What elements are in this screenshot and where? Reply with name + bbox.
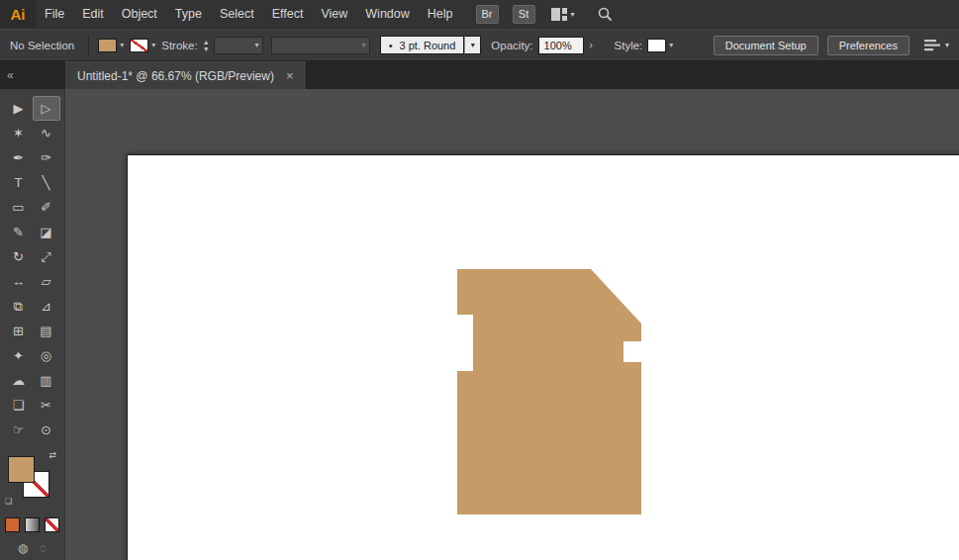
eyedropper-tool[interactable]: ✦ bbox=[5, 343, 33, 368]
menu-view[interactable]: View bbox=[312, 0, 356, 29]
stroke-color-swatch[interactable] bbox=[130, 39, 148, 52]
magic-wand-tool[interactable]: ✶ bbox=[5, 121, 33, 145]
stepper-up-icon[interactable]: ▲ bbox=[203, 39, 210, 46]
bridge-button[interactable]: Br bbox=[476, 5, 499, 24]
symbol-sprayer-tool-icon: ☁ bbox=[12, 373, 25, 388]
menu-select[interactable]: Select bbox=[211, 0, 263, 29]
rotate-tool[interactable]: ↻ bbox=[5, 244, 33, 269]
opacity-label[interactable]: Opacity: bbox=[491, 40, 532, 51]
pen-tool-icon: ✒ bbox=[13, 150, 24, 165]
width-profile-dropdown[interactable]: ▾ bbox=[271, 37, 370, 54]
style-swatch[interactable] bbox=[647, 39, 666, 52]
main-area: ▶▷✶∿✒✑T╲▭✐✎◪↻⤢↔▱⧉⊿⊞▤✦◎☁▥❏✂☞⊙ ⇄ ❏ ◍ ◌ bbox=[0, 89, 959, 560]
hand-tool[interactable]: ☞ bbox=[5, 418, 33, 442]
type-tool[interactable]: T bbox=[5, 170, 33, 195]
stroke-weight-stepper[interactable]: ▲▼ bbox=[203, 39, 210, 52]
stroke-weight-dropdown[interactable]: ▾ bbox=[214, 37, 263, 54]
perspective-grid-tool[interactable]: ⊿ bbox=[33, 294, 60, 319]
lasso-tool[interactable]: ∿ bbox=[33, 121, 60, 145]
gradient-tool-icon: ▤ bbox=[40, 324, 51, 338]
drawn-shape[interactable] bbox=[457, 269, 641, 514]
document-tab[interactable]: Untitled-1* @ 66.67% (RGB/Preview) × bbox=[65, 61, 307, 89]
chevron-down-icon: ▾ bbox=[471, 41, 475, 49]
brush-definition-arrow[interactable]: ▾ bbox=[464, 36, 481, 54]
menu-object[interactable]: Object bbox=[113, 0, 166, 29]
search-button[interactable] bbox=[597, 6, 613, 22]
chevron-down-icon: ▾ bbox=[362, 41, 366, 49]
slice-tool-icon: ✂ bbox=[41, 398, 51, 413]
scale-tool[interactable]: ⤢ bbox=[33, 244, 60, 269]
align-options-button[interactable]: ▾ bbox=[923, 39, 949, 52]
menu-type[interactable]: Type bbox=[166, 0, 211, 29]
hand-tool-icon: ☞ bbox=[13, 422, 25, 437]
menu-window[interactable]: Window bbox=[356, 0, 418, 29]
fill-indicator[interactable] bbox=[8, 456, 35, 483]
paintbrush-tool-icon: ✐ bbox=[41, 200, 51, 215]
fill-dropdown-icon[interactable]: ▾ bbox=[120, 41, 124, 49]
selection-tool[interactable]: ▶ bbox=[5, 96, 33, 121]
symbol-sprayer-tool[interactable]: ☁ bbox=[5, 368, 33, 393]
artboard-tool-icon: ❏ bbox=[13, 398, 25, 413]
fill-type-buttons bbox=[5, 517, 59, 532]
rectangle-tool-icon: ▭ bbox=[12, 200, 24, 215]
artwork-layer bbox=[65, 89, 959, 560]
curvature-tool[interactable]: ✑ bbox=[33, 145, 60, 170]
stepper-down-icon[interactable]: ▼ bbox=[203, 46, 210, 52]
blend-tool[interactable]: ◎ bbox=[33, 343, 60, 368]
column-graph-tool[interactable]: ▥ bbox=[33, 368, 60, 393]
pen-tool[interactable]: ✒ bbox=[5, 145, 33, 170]
app-logo: Ai bbox=[0, 0, 36, 29]
draw-normal-icon[interactable]: ◍ bbox=[18, 541, 28, 555]
menu-edit[interactable]: Edit bbox=[73, 0, 113, 29]
gradient-tool[interactable]: ▤ bbox=[33, 319, 60, 343]
slice-tool[interactable]: ✂ bbox=[33, 393, 60, 418]
search-icon bbox=[597, 6, 613, 22]
shape-builder-tool-icon: ⧉ bbox=[14, 299, 23, 315]
pencil-tool-icon: ✎ bbox=[13, 225, 24, 239]
close-tab-icon[interactable]: × bbox=[286, 69, 294, 82]
gradient-button[interactable] bbox=[25, 517, 40, 532]
workspace-switcher[interactable]: ▾ bbox=[551, 8, 575, 21]
width-tool[interactable]: ↔ bbox=[5, 269, 33, 294]
line-segment-tool-icon: ╲ bbox=[43, 175, 50, 190]
eraser-tool[interactable]: ◪ bbox=[33, 220, 60, 244]
preferences-button[interactable]: Preferences bbox=[827, 36, 910, 55]
none-button[interactable] bbox=[45, 517, 59, 532]
fill-color-swatch[interactable] bbox=[98, 39, 117, 52]
tools-grid: ▶▷✶∿✒✑T╲▭✐✎◪↻⤢↔▱⧉⊿⊞▤✦◎☁▥❏✂☞⊙ bbox=[5, 96, 60, 442]
panel-collapse-button[interactable]: « bbox=[0, 61, 65, 89]
stroke-label[interactable]: Stroke: bbox=[161, 40, 197, 51]
free-transform-tool[interactable]: ▱ bbox=[33, 269, 60, 294]
opacity-field[interactable]: 100% bbox=[538, 37, 584, 54]
zoom-tool[interactable]: ⊙ bbox=[33, 418, 60, 442]
menu-effect[interactable]: Effect bbox=[263, 0, 313, 29]
style-label[interactable]: Style: bbox=[615, 40, 643, 51]
eraser-tool-icon: ◪ bbox=[40, 225, 51, 239]
swap-fill-stroke-icon[interactable]: ⇄ bbox=[48, 450, 56, 460]
opacity-panel-arrow[interactable]: › bbox=[584, 37, 599, 54]
document-setup-button[interactable]: Document Setup bbox=[714, 36, 818, 55]
paintbrush-tool[interactable]: ✐ bbox=[33, 195, 60, 220]
pencil-tool[interactable]: ✎ bbox=[5, 220, 33, 244]
brush-definition-dropdown[interactable]: • 3 pt. Round bbox=[380, 36, 465, 54]
divider bbox=[88, 35, 89, 56]
rectangle-tool[interactable]: ▭ bbox=[5, 195, 33, 220]
magic-wand-tool-icon: ✶ bbox=[13, 126, 24, 140]
menu-help[interactable]: Help bbox=[419, 0, 462, 29]
direct-selection-tool[interactable]: ▷ bbox=[33, 96, 60, 121]
canvas-area[interactable] bbox=[65, 89, 959, 560]
style-dropdown-icon[interactable]: ▾ bbox=[669, 41, 673, 49]
perspective-grid-tool-icon: ⊿ bbox=[41, 299, 51, 314]
stock-button[interactable]: St bbox=[513, 5, 535, 24]
line-segment-tool[interactable]: ╲ bbox=[33, 170, 60, 195]
control-bar: No Selection ▾ ▾ Stroke: ▲▼ ▾ ▾ • 3 pt. … bbox=[0, 29, 959, 61]
default-fill-stroke-icon[interactable]: ❏ bbox=[5, 497, 12, 506]
draw-behind-icon[interactable]: ◌ bbox=[40, 541, 47, 555]
color-button[interactable] bbox=[5, 517, 20, 532]
menu-file[interactable]: File bbox=[36, 0, 73, 29]
stroke-dropdown-icon[interactable]: ▾ bbox=[151, 41, 155, 49]
brush-dot-icon: • bbox=[389, 40, 393, 51]
mesh-tool[interactable]: ⊞ bbox=[5, 319, 33, 343]
artboard-tool[interactable]: ❏ bbox=[5, 393, 33, 418]
shape-builder-tool[interactable]: ⧉ bbox=[5, 294, 33, 319]
